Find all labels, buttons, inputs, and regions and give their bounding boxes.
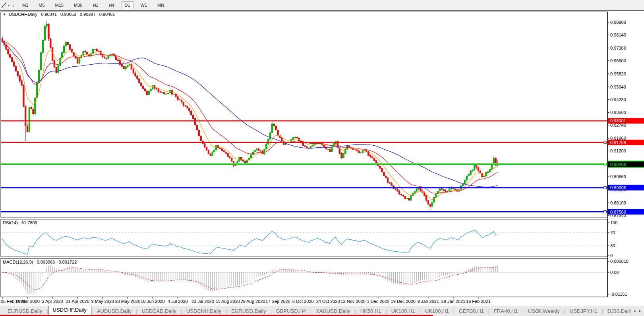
candle-body [144,89,146,91]
candle-body [400,194,402,195]
tab-scroll-left-icon[interactable]: ◄ [633,309,636,313]
candle-body [443,189,445,191]
tab-usoil-weekly[interactable]: USOil,Weekly [524,306,564,316]
candle-body [125,67,127,69]
candle-body [175,94,177,96]
candle-body [474,166,475,170]
date-tick-label: 4 Jul 2020 [168,299,188,304]
candle-body [294,137,296,137]
macd-panel-frame [1,258,607,297]
candle-body [189,108,190,111]
candle-body [468,175,470,176]
candle-body [121,65,123,67]
candle-body [277,130,279,135]
date-tick-label: 23 Jul 2020 [191,299,214,304]
tab-gbpusd-h4[interactable]: GBPUSD,H4 [272,306,310,316]
timeframe-m30-button[interactable]: M30 [71,1,85,9]
date-tick-label: 11 Aug 2020 [216,299,240,304]
candle-body [223,151,225,152]
tab-eurusd-daily[interactable]: EURUSD,Daily [3,306,46,316]
candle-body [283,141,284,145]
candle-body [208,150,209,154]
ohlc-open-value: 0.90341 [41,12,57,17]
timeframe-w1-button[interactable]: W1 [137,1,151,9]
candle-body [404,196,406,198]
candle-body [219,148,221,149]
candle-body [387,178,389,183]
timeframe-m5-button[interactable]: M5 [35,1,48,9]
price-tick-label: 0.93500 [610,110,626,115]
tab-usdchf-daily[interactable]: USDCHF,Daily [48,306,91,315]
hline-marker[interactable] [604,141,606,144]
candle-body [21,81,23,85]
toolbar-grip[interactable] [13,2,14,9]
candle-body [408,198,410,200]
cursor-tool-icon[interactable] [1,2,7,8]
tab-eurusd-daily[interactable]: EURUSD,Daily [227,306,270,316]
tab-uk100-h1[interactable]: UK100,H1 [387,306,420,316]
price-badge-label: 0.87560 [610,210,626,214]
top-toolbar: ▾ M1M5M15M30H1H4D1W1MN [0,0,644,11]
candle-body [381,168,383,172]
timeframe-mn-button[interactable]: MN [154,1,167,9]
timeframe-h4-button[interactable]: H4 [105,1,117,9]
candle-body [77,58,78,63]
candle-body [137,76,138,79]
candle-body [33,109,34,114]
candle-body [158,89,159,91]
timeframe-d1-button[interactable]: D1 [122,1,133,9]
tab-hk50-h1[interactable]: HK50,H1 [356,306,386,316]
candle-body [196,125,198,130]
hline-marker[interactable] [604,211,606,213]
candle-body [416,189,418,191]
candle-body [429,204,431,206]
tab-usdjpy-h1[interactable]: USDJPY,H1 [565,306,602,316]
tab-fra40-h1[interactable]: FRA40,H1 [489,306,522,316]
date-tick-label: 14 Mar 2020 [15,299,40,304]
candle-body [63,46,65,53]
candle-body [29,107,30,132]
tab-uk100-h1[interactable]: UK100,H1 [421,306,453,316]
candle-body [241,157,242,160]
tab-usdcnh-daily[interactable]: USDCNH,Daily [182,306,226,316]
tool-dropdown-icon[interactable]: ▾ [8,4,10,7]
candle-body [98,51,100,51]
candle-body [19,75,21,81]
tab-ger30-h1[interactable]: GER30,H1 [454,306,488,316]
chart-title-symbol: USDCHF,Daily [9,12,37,17]
chart-collapse-icon[interactable]: ▼ [3,13,6,16]
candle-body [198,130,200,136]
rsi-current-value: 61.7809 [21,220,37,225]
hline-marker[interactable] [604,187,606,189]
candle-body [133,69,134,73]
tab-scroll-right-icon[interactable]: ► [638,309,642,313]
candle-body [329,149,331,152]
candle-body [160,91,161,92]
timeframe-m15-button[interactable]: M15 [52,1,67,9]
tab-xauusd-daily[interactable]: XAUUSD,Daily [311,306,355,316]
price-badge-label: 0.91709 [610,140,626,145]
timeframe-h1-button[interactable]: H1 [89,1,101,9]
price-tick-label: 0.96600 [610,58,626,63]
candle-body [254,150,256,152]
date-tick-label: 21 Apr 2020 [66,299,89,304]
main-panel-frame [1,12,607,217]
candle-body [271,124,273,133]
candle-body [402,195,404,196]
candle-body [435,194,437,197]
candle-body [341,153,342,158]
tab-usdcad-daily[interactable]: USDCAD,Daily [137,306,180,316]
chart-title: ▼ USDCHF,Daily 0.90341 0.90653 0.90287 0… [3,12,115,17]
hline-marker[interactable] [604,163,606,166]
candle-body [194,119,196,125]
candle-body [472,170,474,171]
candle-body [164,92,165,94]
timeframe-m1-button[interactable]: M1 [19,1,31,9]
candle-body [487,172,489,173]
candle-body [293,137,294,139]
tab-audusd-daily[interactable]: AUDUSD,Daily [93,306,136,316]
candle-body [302,143,304,145]
date-tick-label: 19 Dec 2020 [391,299,416,304]
candle-body [281,138,282,141]
candle-body [142,86,144,89]
